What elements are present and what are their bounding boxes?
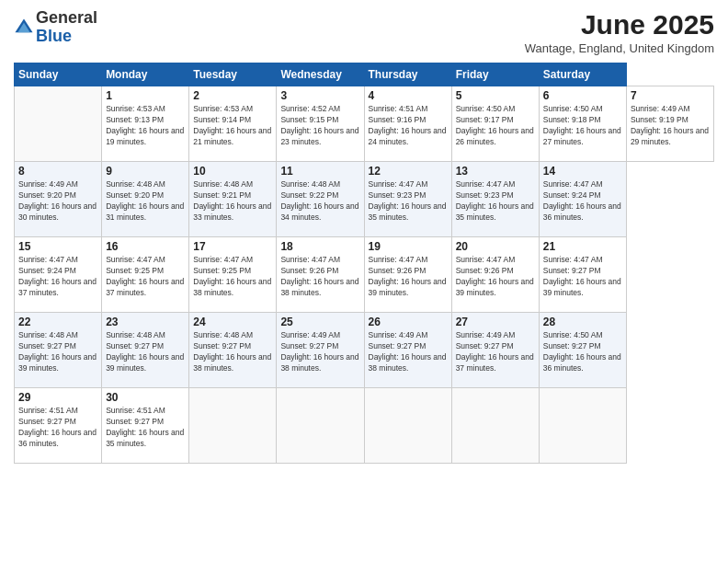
calendar-week-row: 8 Sunrise: 4:49 AM Sunset: 9:20 PM Dayli…: [15, 162, 714, 237]
day-info: Sunrise: 4:53 AM Sunset: 9:13 PM Dayligh…: [106, 104, 185, 148]
sunset-label: Sunset: 9:16 PM: [369, 115, 427, 124]
sunset-label: Sunset: 9:27 PM: [456, 341, 514, 350]
sunset-label: Sunset: 9:27 PM: [543, 266, 601, 275]
calendar-day-cell: 11 Sunrise: 4:48 AM Sunset: 9:22 PM Dayl…: [277, 162, 364, 237]
daylight-label: Daylight: 16 hours and 36 minutes.: [18, 428, 97, 448]
day-number: 8: [18, 165, 97, 178]
day-number: 28: [543, 316, 622, 328]
location-subtitle: Wantage, England, United Kingdom: [525, 41, 714, 55]
day-number: 17: [193, 240, 272, 253]
sunset-label: Sunset: 9:27 PM: [543, 341, 601, 350]
calendar-day-cell: 26 Sunrise: 4:49 AM Sunset: 9:27 PM Dayl…: [364, 313, 451, 388]
day-number: 4: [369, 89, 448, 102]
logo-blue: Blue: [36, 27, 72, 45]
sunrise-label: Sunrise: 4:49 AM: [456, 330, 516, 339]
sunrise-label: Sunrise: 4:48 AM: [18, 330, 78, 339]
day-info: Sunrise: 4:47 AM Sunset: 9:23 PM Dayligh…: [369, 179, 448, 224]
sunrise-label: Sunrise: 4:47 AM: [456, 255, 516, 264]
calendar-day-cell: 9 Sunrise: 4:48 AM Sunset: 9:20 PM Dayli…: [102, 162, 189, 237]
calendar-day-cell: 18 Sunrise: 4:47 AM Sunset: 9:26 PM Dayl…: [277, 237, 364, 313]
calendar-day-cell: 20 Sunrise: 4:47 AM Sunset: 9:26 PM Dayl…: [451, 237, 539, 313]
day-info: Sunrise: 4:48 AM Sunset: 9:20 PM Dayligh…: [106, 179, 185, 224]
sunrise-label: Sunrise: 4:51 AM: [18, 406, 78, 415]
day-number: 7: [631, 89, 710, 102]
day-header-sunday: Sunday: [15, 63, 102, 86]
daylight-label: Daylight: 16 hours and 36 minutes.: [543, 352, 621, 373]
daylight-label: Daylight: 16 hours and 37 minutes.: [18, 277, 97, 297]
daylight-label: Daylight: 16 hours and 39 minutes.: [106, 352, 184, 373]
sunset-label: Sunset: 9:14 PM: [193, 115, 251, 124]
day-info: Sunrise: 4:47 AM Sunset: 9:25 PM Dayligh…: [106, 255, 185, 299]
day-number: 14: [543, 165, 622, 178]
day-number: 6: [543, 89, 622, 102]
sunset-label: Sunset: 9:26 PM: [369, 266, 427, 275]
daylight-label: Daylight: 16 hours and 33 minutes.: [193, 201, 271, 222]
day-number: 24: [193, 316, 272, 328]
daylight-label: Daylight: 16 hours and 35 minutes.: [106, 428, 184, 448]
sunset-label: Sunset: 9:17 PM: [456, 115, 514, 124]
calendar-week-row: 1 Sunrise: 4:53 AM Sunset: 9:13 PM Dayli…: [15, 86, 714, 162]
calendar-day-cell: 21 Sunrise: 4:47 AM Sunset: 9:27 PM Dayl…: [539, 237, 626, 313]
calendar-day-cell: 24 Sunrise: 4:48 AM Sunset: 9:27 PM Dayl…: [189, 313, 277, 388]
day-number: 3: [280, 89, 359, 102]
daylight-label: Daylight: 16 hours and 36 minutes.: [543, 201, 621, 222]
daylight-label: Daylight: 16 hours and 39 minutes.: [369, 277, 447, 297]
daylight-label: Daylight: 16 hours and 35 minutes.: [369, 201, 447, 222]
empty-cell: [451, 388, 539, 464]
sunset-label: Sunset: 9:23 PM: [456, 190, 514, 200]
daylight-label: Daylight: 16 hours and 35 minutes.: [456, 201, 534, 222]
day-number: 1: [106, 89, 185, 102]
daylight-label: Daylight: 16 hours and 38 minutes.: [280, 352, 358, 373]
calendar-table: SundayMondayTuesdayWednesdayThursdayFrid…: [14, 63, 714, 464]
day-number: 2: [193, 89, 272, 102]
calendar-day-cell: 12 Sunrise: 4:47 AM Sunset: 9:23 PM Dayl…: [364, 162, 451, 237]
daylight-label: Daylight: 16 hours and 38 minutes.: [280, 277, 358, 297]
day-header-thursday: Thursday: [364, 63, 451, 86]
calendar-day-cell: 6 Sunrise: 4:50 AM Sunset: 9:18 PM Dayli…: [539, 86, 626, 162]
sunrise-label: Sunrise: 4:52 AM: [280, 104, 340, 113]
sunrise-label: Sunrise: 4:47 AM: [18, 255, 78, 264]
title-block: June 2025 Wantage, England, United Kingd…: [525, 9, 714, 55]
sunset-label: Sunset: 9:20 PM: [106, 190, 164, 200]
sunrise-label: Sunrise: 4:47 AM: [543, 255, 603, 264]
calendar-day-cell: 15 Sunrise: 4:47 AM Sunset: 9:24 PM Dayl…: [15, 237, 102, 313]
sunset-label: Sunset: 9:22 PM: [280, 190, 338, 200]
sunset-label: Sunset: 9:24 PM: [543, 190, 601, 200]
sunrise-label: Sunrise: 4:47 AM: [369, 179, 428, 189]
calendar-day-cell: 25 Sunrise: 4:49 AM Sunset: 9:27 PM Dayl…: [277, 313, 364, 388]
day-header-saturday: Saturday: [539, 63, 626, 86]
calendar-day-cell: 3 Sunrise: 4:52 AM Sunset: 9:15 PM Dayli…: [277, 86, 364, 162]
calendar-day-cell: 8 Sunrise: 4:49 AM Sunset: 9:20 PM Dayli…: [15, 162, 102, 237]
daylight-label: Daylight: 16 hours and 23 minutes.: [280, 126, 358, 146]
day-info: Sunrise: 4:48 AM Sunset: 9:27 PM Dayligh…: [106, 330, 185, 374]
daylight-label: Daylight: 16 hours and 37 minutes.: [456, 352, 534, 373]
sunrise-label: Sunrise: 4:50 AM: [543, 104, 603, 113]
day-info: Sunrise: 4:51 AM Sunset: 9:16 PM Dayligh…: [369, 104, 448, 148]
daylight-label: Daylight: 16 hours and 30 minutes.: [18, 201, 97, 222]
day-number: 19: [369, 240, 448, 253]
day-info: Sunrise: 4:49 AM Sunset: 9:19 PM Dayligh…: [631, 104, 710, 148]
day-header-monday: Monday: [102, 63, 189, 86]
day-number: 12: [369, 165, 448, 178]
day-number: 11: [280, 165, 359, 178]
daylight-label: Daylight: 16 hours and 34 minutes.: [280, 201, 358, 222]
sunrise-label: Sunrise: 4:53 AM: [193, 104, 253, 113]
sunrise-label: Sunrise: 4:51 AM: [106, 406, 165, 415]
day-info: Sunrise: 4:50 AM Sunset: 9:18 PM Dayligh…: [543, 104, 622, 148]
day-number: 29: [18, 391, 97, 404]
sunrise-label: Sunrise: 4:53 AM: [106, 104, 165, 113]
sunrise-label: Sunrise: 4:49 AM: [18, 179, 78, 189]
empty-cell: [15, 86, 102, 162]
day-info: Sunrise: 4:52 AM Sunset: 9:15 PM Dayligh…: [280, 104, 359, 148]
day-number: 23: [106, 316, 185, 328]
calendar-day-cell: 2 Sunrise: 4:53 AM Sunset: 9:14 PM Dayli…: [189, 86, 277, 162]
day-number: 20: [456, 240, 535, 253]
calendar-week-row: 29 Sunrise: 4:51 AM Sunset: 9:27 PM Dayl…: [15, 388, 714, 464]
daylight-label: Daylight: 16 hours and 38 minutes.: [193, 277, 271, 297]
sunset-label: Sunset: 9:27 PM: [106, 341, 164, 350]
sunset-label: Sunset: 9:15 PM: [280, 115, 338, 124]
logo-general: General: [36, 8, 97, 27]
day-header-friday: Friday: [451, 63, 539, 86]
sunrise-label: Sunrise: 4:49 AM: [369, 330, 428, 339]
sunset-label: Sunset: 9:26 PM: [456, 266, 514, 275]
